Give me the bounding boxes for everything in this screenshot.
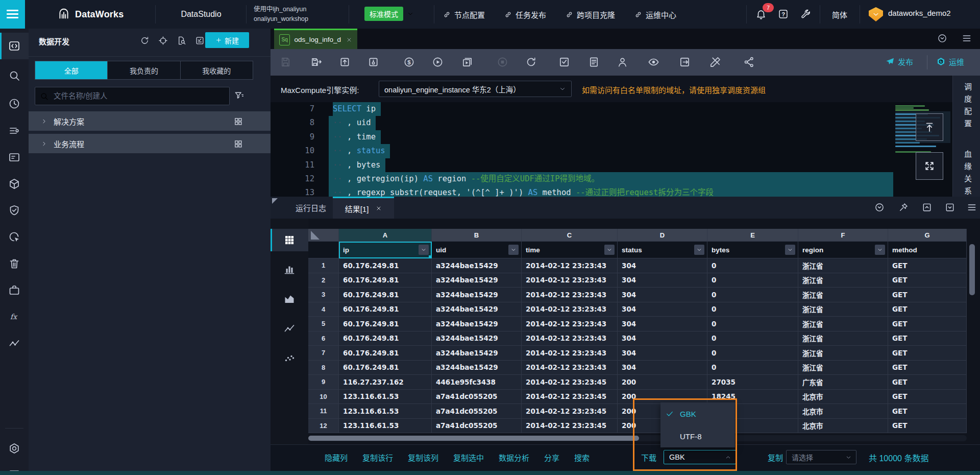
check-square-icon[interactable] <box>558 56 570 68</box>
cell-r7-status[interactable]: 304 <box>618 346 707 361</box>
new-button[interactable]: 新建 <box>205 32 249 48</box>
rail-item-circle-cursor[interactable] <box>0 224 29 250</box>
column-filter-icon[interactable] <box>875 245 885 255</box>
tab-list-icon[interactable] <box>962 33 972 43</box>
product-title[interactable]: DataStudio <box>173 0 229 29</box>
cell-r5-region[interactable]: 浙江省 <box>798 317 888 331</box>
cell-r9-time[interactable]: 2014-02-12 23:23:45 <box>522 375 618 390</box>
tab-schedule-config[interactable]: 调度配置 <box>962 83 973 132</box>
column-header-E[interactable]: E <box>707 229 798 242</box>
cell-r8-uid[interactable]: a3244bae15429 <box>432 361 522 375</box>
tab-result-1[interactable]: 结果[1] <box>333 197 394 219</box>
column-filter-icon[interactable] <box>419 245 429 255</box>
cell-r3-region[interactable]: 浙江省 <box>798 288 888 302</box>
global-menu-button[interactable] <box>0 0 25 29</box>
format-icon[interactable] <box>709 56 721 68</box>
cell-r1-method[interactable]: GET <box>888 258 967 273</box>
cell-r9-method[interactable]: GET <box>888 375 967 390</box>
rail-item-code-box[interactable] <box>0 33 29 59</box>
code-line-13[interactable]: 13·· , regexp_substr(request, '(^[^ ]+ )… <box>271 186 980 197</box>
submit-up-icon[interactable] <box>339 56 351 68</box>
cell-r4-uid[interactable]: a3244bae15429 <box>432 302 522 317</box>
cell-r4-method[interactable]: GET <box>888 302 967 317</box>
cell-r8-ip[interactable]: 60.176.249.81 <box>339 361 432 375</box>
sql-editor[interactable]: 7SELECT ip8·· , uid9·· , time10·· , stat… <box>271 102 980 197</box>
column-header-B[interactable]: B <box>432 229 522 242</box>
column-header-F[interactable]: F <box>798 229 888 242</box>
close-icon[interactable] <box>346 37 352 43</box>
cell-r1-time[interactable]: 2014-02-12 23:23:43 <box>522 258 618 273</box>
field-header-uid[interactable]: uid <box>432 242 522 258</box>
field-header-bytes[interactable]: bytes <box>707 242 798 258</box>
cell-r11-uid[interactable]: a7a41dc055205 <box>432 404 522 419</box>
cell-r1-status[interactable]: 304 <box>618 258 707 273</box>
engine-instance-select[interactable]: onaliyun_engine_instance 华东2（上海） <box>379 81 572 97</box>
workspace-switcher[interactable]: 使用中ljh_onaliyun onaliyun_workshop <box>254 5 308 24</box>
column-filter-icon[interactable] <box>604 245 615 255</box>
nav-link-任务发布[interactable]: 任务发布 <box>504 9 546 20</box>
refresh-icon[interactable] <box>525 56 537 68</box>
cell-r5-time[interactable]: 2014-02-12 23:23:43 <box>522 317 618 331</box>
code-line-8[interactable]: 8·· , uid <box>271 116 980 130</box>
cell-r7-bytes[interactable]: 0 <box>707 346 798 361</box>
user-avatar[interactable] <box>869 7 883 21</box>
checklist-icon[interactable] <box>195 36 205 45</box>
cell-r10-status[interactable]: 200 <box>618 390 707 405</box>
column-header-C[interactable]: C <box>522 229 618 242</box>
cell-r1-ip[interactable]: 60.176.249.81 <box>339 258 432 273</box>
editor-tab-ods-log-info-d[interactable]: Sq ods_log_info_d <box>274 29 357 49</box>
field-header-status[interactable]: status <box>618 242 707 258</box>
footer-link-数据分析[interactable]: 数据分析 <box>499 452 529 463</box>
user-name[interactable]: dataworks_demo2 <box>888 9 951 17</box>
column-filter-icon[interactable] <box>785 245 795 255</box>
row-number-8[interactable]: 8 <box>308 361 339 375</box>
locate-icon[interactable] <box>158 36 168 45</box>
encoding-option-UTF-8[interactable]: UTF-8 <box>660 425 735 447</box>
cell-r9-ip[interactable]: 116.27.237.162 <box>339 375 432 390</box>
collapse-down-icon[interactable] <box>945 202 955 212</box>
nav-link-运维中心[interactable]: 运维中心 <box>634 9 676 20</box>
row-number-5[interactable]: 5 <box>308 317 339 331</box>
select-all-corner[interactable] <box>308 229 339 242</box>
cell-r8-region[interactable]: 浙江省 <box>798 361 888 375</box>
cell-r7-time[interactable]: 2014-02-12 23:23:43 <box>522 346 618 361</box>
field-header-ip[interactable]: ip <box>339 242 432 258</box>
row-number-3[interactable]: 3 <box>308 288 339 302</box>
filter-icon[interactable] <box>234 90 244 101</box>
cell-r2-method[interactable]: GET <box>888 273 967 288</box>
cell-r4-bytes[interactable]: 0 <box>707 302 798 317</box>
explorer-tab-我负责的[interactable]: 我负责的 <box>108 61 180 79</box>
doc-lines-icon[interactable] <box>588 56 600 68</box>
board-view-icon[interactable] <box>234 117 242 126</box>
cell-r12-method[interactable]: GET <box>888 419 967 434</box>
row-number-7[interactable]: 7 <box>308 346 339 361</box>
copy-link[interactable]: 复制 <box>768 452 783 463</box>
row-number-2[interactable]: 2 <box>308 273 339 288</box>
explorer-tab-全部[interactable]: 全部 <box>35 61 108 79</box>
cell-r9-uid[interactable]: 4461e95fc3438 <box>432 375 522 390</box>
doc-search-icon[interactable] <box>177 36 186 45</box>
cell-r2-time[interactable]: 2014-02-12 23:23:43 <box>522 273 618 288</box>
field-header-region[interactable]: region <box>798 242 888 258</box>
fullscreen-button[interactable] <box>916 152 943 180</box>
help-icon[interactable]: ? <box>778 9 789 19</box>
code-line-10[interactable]: 10·· , status <box>271 144 980 158</box>
cell-r12-ip[interactable]: 123.116.61.53 <box>339 419 432 434</box>
tab-lineage[interactable]: 血缘关系 <box>962 150 973 199</box>
horizontal-scrollbar[interactable] <box>308 435 967 441</box>
wrench-icon[interactable] <box>800 9 811 19</box>
cell-r7-uid[interactable]: a3244bae15429 <box>432 346 522 361</box>
cell-r5-method[interactable]: GET <box>888 317 967 331</box>
rail-bottom-hex-nut[interactable] <box>0 435 29 462</box>
cell-r2-uid[interactable]: a3244bae15429 <box>432 273 522 288</box>
column-header-D[interactable]: D <box>618 229 707 242</box>
cell-r6-status[interactable]: 304 <box>618 331 707 346</box>
code-line-11[interactable]: 11·· , bytes <box>271 158 980 172</box>
cell-r4-ip[interactable]: 60.176.249.81 <box>339 302 432 317</box>
cell-r3-bytes[interactable]: 0 <box>707 288 798 302</box>
cell-r10-bytes[interactable]: 18245 <box>707 390 798 405</box>
brand[interactable]: DataWorks <box>57 0 124 29</box>
scroll-to-top-button[interactable] <box>916 113 943 141</box>
cell-r12-time[interactable]: 2014-02-12 23:23:45 <box>522 419 618 434</box>
cell-r5-status[interactable]: 304 <box>618 317 707 331</box>
